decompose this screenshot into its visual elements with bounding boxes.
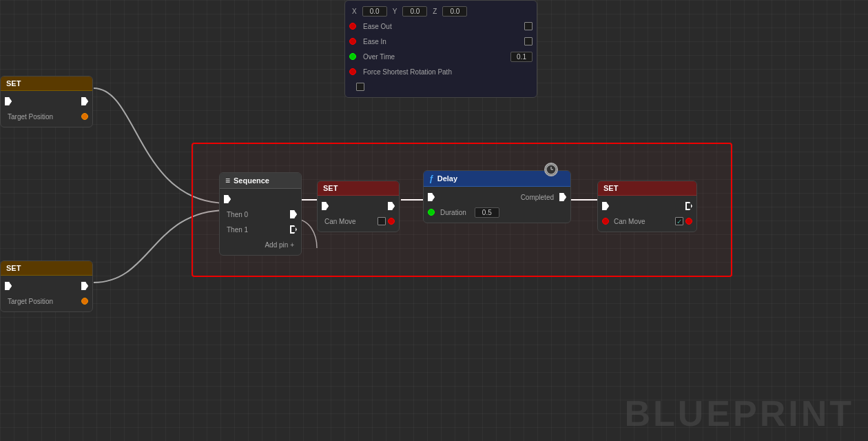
sequence-node: ≡ Sequence Then 0 Then 1 Add pin + <box>219 172 302 256</box>
left-set-node-2-header: SET <box>1 261 92 276</box>
left-set1-target-label: Target Position <box>5 113 56 121</box>
ease-in-checkbox[interactable] <box>524 37 533 45</box>
add-pin-button[interactable]: Add pin + <box>262 241 297 249</box>
delay-node: ƒ Delay Completed Duration <box>423 170 571 223</box>
set2-can-move-pin-right[interactable] <box>685 218 692 225</box>
sequence-node-header: ≡ Sequence <box>220 173 301 189</box>
delay-completed-label: Completed <box>518 194 557 201</box>
sequence-exec-in[interactable] <box>224 195 231 203</box>
over-time-pin <box>349 53 356 60</box>
set-node-1-header: SET <box>318 181 399 196</box>
z-label: Z <box>430 8 440 15</box>
left-set-node-2: SET Target Position <box>0 260 93 312</box>
set-node-1-body: Can Move <box>318 196 399 232</box>
ease-out-checkbox[interactable] <box>524 22 533 30</box>
delay-body: Completed Duration <box>424 187 570 223</box>
delay-icon: ƒ <box>429 174 434 183</box>
set2-can-move-checkbox[interactable] <box>675 217 683 225</box>
left-set2-exec-out[interactable] <box>81 282 88 290</box>
left-set-node-1-body: Target Position <box>1 91 92 127</box>
ease-out-label: Ease Out <box>360 23 395 30</box>
set-node-1-title: SET <box>323 184 338 192</box>
set-node-2-header: SET <box>598 181 696 196</box>
left-set1-exec-in[interactable] <box>5 97 12 105</box>
x-label: X <box>349 8 360 15</box>
sequence-title: Sequence <box>234 176 269 185</box>
set-node-2-body: Can Move <box>598 196 696 232</box>
left-set2-exec-in[interactable] <box>5 282 12 290</box>
set1-can-move-checkbox[interactable] <box>378 217 386 225</box>
delay-exec-in[interactable] <box>428 193 435 201</box>
sequence-then0-label: Then 0 <box>224 211 251 218</box>
left-set-node-2-body: Target Position <box>1 276 92 311</box>
set1-exec-out[interactable] <box>388 202 395 210</box>
left-set1-target-pin[interactable] <box>81 113 88 120</box>
set-node-2-title: SET <box>603 184 618 192</box>
left-set-node-1: SET Target Position <box>0 76 93 127</box>
left-set-node-1-title: SET <box>6 79 21 88</box>
left-set-node-2-title: SET <box>6 264 21 272</box>
delay-title: Delay <box>437 174 457 183</box>
set1-exec-in[interactable] <box>322 202 329 210</box>
set-node-1: SET Can Move <box>317 181 400 232</box>
top-right-node: X Y Z Ease Out Ease In Over Time <box>344 0 537 98</box>
over-time-label: Over Time <box>360 53 397 61</box>
set2-can-move-pin-left[interactable] <box>602 218 609 225</box>
set-node-2: SET Can Move <box>597 181 697 232</box>
y-label: Y <box>390 8 400 15</box>
set2-can-move-label: Can Move <box>611 218 648 225</box>
left-set2-target-pin[interactable] <box>81 298 88 305</box>
sequence-then1-pin[interactable] <box>290 225 297 234</box>
set1-can-move-pin[interactable] <box>388 218 395 225</box>
blueprint-canvas: X Y Z Ease Out Ease In Over Time <box>0 0 868 441</box>
delay-duration-pin[interactable] <box>428 209 435 216</box>
delay-completed-pin[interactable] <box>559 193 566 201</box>
ease-in-pin <box>349 38 356 45</box>
left-set2-target-label: Target Position <box>5 298 56 305</box>
delay-duration-input[interactable] <box>475 207 499 218</box>
sequence-icon: ≡ <box>225 176 230 185</box>
force-shortest-label: Force Shortest Rotation Path <box>360 68 455 76</box>
ease-in-label: Ease In <box>360 38 389 45</box>
left-set1-exec-out[interactable] <box>81 97 88 105</box>
delay-duration-label: Duration <box>437 209 469 216</box>
set2-exec-out[interactable] <box>685 202 692 210</box>
set2-exec-in[interactable] <box>602 202 609 210</box>
clock-icon <box>544 163 558 176</box>
set1-can-move-label: Can Move <box>322 218 359 225</box>
sequence-then0-pin[interactable] <box>290 210 297 218</box>
left-set-node-1-header: SET <box>1 76 92 91</box>
force-shortest-pin <box>349 68 356 75</box>
sequence-then1-label: Then 1 <box>224 226 251 234</box>
blueprint-watermark: BLUEPRINT <box>624 393 854 434</box>
over-time-input[interactable] <box>510 52 533 62</box>
force-shortest-checkbox[interactable] <box>356 83 364 91</box>
z-input[interactable] <box>442 6 467 17</box>
sequence-body: Then 0 Then 1 Add pin + <box>220 189 301 255</box>
ease-out-pin <box>349 23 356 30</box>
y-input[interactable] <box>402 6 427 17</box>
x-input[interactable] <box>362 6 387 17</box>
